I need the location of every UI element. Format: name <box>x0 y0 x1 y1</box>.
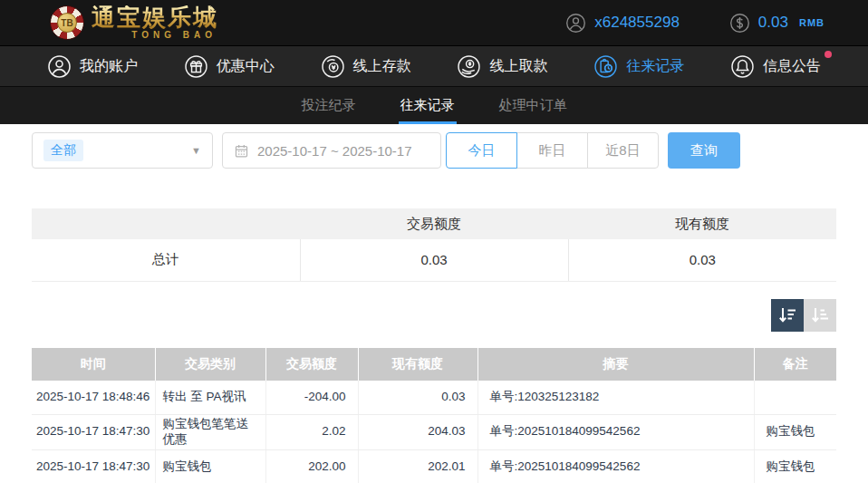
date-range-input[interactable]: 2025-10-17 ~ 2025-10-17 <box>222 132 441 169</box>
summary-header-current-amount: 现有额度 <box>568 208 836 239</box>
sort-controls <box>32 299 836 332</box>
nav-item-transaction-records[interactable]: 往来记录 <box>593 54 684 79</box>
username-value: x624855298 <box>594 14 680 32</box>
tab-pending-orders[interactable]: 处理中订单 <box>497 87 569 124</box>
summary-transaction-amount: 0.03 <box>300 239 568 281</box>
filter-row: 全部 ▼ 2025-10-17 ~ 2025-10-17 今日 昨日 近8日 查 <box>32 132 836 169</box>
summary-table: 交易额度 现有额度 总计 0.03 0.03 <box>32 208 836 282</box>
tab-transaction-records[interactable]: 往来记录 <box>399 87 457 124</box>
nav-label: 优惠中心 <box>217 57 275 76</box>
gift-icon <box>184 54 208 79</box>
account-username[interactable]: x624855298 <box>565 13 680 34</box>
balance-value: 0.03 <box>758 14 788 32</box>
cell-balance: 204.03 <box>358 415 477 450</box>
withdraw-icon <box>457 54 481 79</box>
header-account-area: x624855298 0.03 RMB <box>565 13 825 34</box>
summary-header-empty <box>32 208 300 239</box>
type-select[interactable]: 全部 ▼ <box>32 132 213 169</box>
table-row: 2025-10-17 18:47:30 购宝钱包 202.00 202.01 单… <box>32 449 836 483</box>
summary-total-label: 总计 <box>32 239 300 281</box>
records-icon <box>593 54 618 79</box>
col-header-amount: 交易额度 <box>265 348 358 381</box>
nav-item-announcements[interactable]: 信息公告 <box>730 54 821 79</box>
nav-item-withdraw[interactable]: 线上取款 <box>457 54 547 79</box>
cell-balance: 202.01 <box>358 449 477 483</box>
content-area: 全部 ▼ 2025-10-17 ~ 2025-10-17 今日 昨日 近8日 查 <box>0 124 868 483</box>
cell-type: 转出 至 PA视讯 <box>155 381 265 415</box>
records-table: 时间 交易类别 交易额度 现有额度 摘要 备注 2025-10-17 18:48… <box>32 348 836 483</box>
main-nav: 我的账户 优惠中心 <box>0 45 868 86</box>
col-header-balance: 现有额度 <box>358 348 477 381</box>
selected-type-tag: 全部 <box>43 140 83 161</box>
chevron-down-icon: ▼ <box>191 145 201 156</box>
deposit-icon <box>321 54 345 79</box>
cell-note <box>754 381 836 415</box>
nav-label: 信息公告 <box>763 57 821 76</box>
cell-time: 2025-10-17 18:48:46 <box>32 381 155 415</box>
transaction-records-page: TB 通宝娱乐城 TONG BAO x624855298 <box>0 0 868 483</box>
date-range-value: 2025-10-17 ~ 2025-10-17 <box>257 143 412 159</box>
sort-descending-button[interactable] <box>771 299 804 332</box>
cell-amount: 202.00 <box>265 449 358 483</box>
search-button[interactable]: 查询 <box>668 132 740 169</box>
table-row: 2025-10-17 18:47:30 购宝钱包笔笔送优惠 2.02 204.0… <box>32 415 836 450</box>
chip-monogram: TB <box>57 13 77 33</box>
quick-last8days-button[interactable]: 近8日 <box>587 132 659 169</box>
quick-yesterday-button[interactable]: 昨日 <box>516 132 588 169</box>
col-header-type: 交易类别 <box>155 348 265 381</box>
dollar-circle-icon <box>729 13 750 34</box>
table-row: 2025-10-17 18:48:46 转出 至 PA视讯 -204.00 0.… <box>32 381 836 415</box>
cell-amount: 2.02 <box>265 415 358 450</box>
nav-item-deposit[interactable]: 线上存款 <box>321 54 411 79</box>
user-circle-icon <box>565 13 586 34</box>
records-header-row: 时间 交易类别 交易额度 现有额度 摘要 备注 <box>32 348 836 381</box>
summary-current-amount: 0.03 <box>568 239 836 281</box>
col-header-summary: 摘要 <box>477 348 754 381</box>
logo-title: 通宝娱乐城 <box>92 5 218 29</box>
sort-ascending-button[interactable] <box>804 299 836 332</box>
sub-tab-bar: 投注纪录 往来记录 处理中订单 <box>0 86 868 124</box>
logo-subtitle: TONG BAO <box>92 31 218 40</box>
notification-dot <box>825 51 832 58</box>
cell-time: 2025-10-17 18:47:30 <box>32 415 155 450</box>
bell-icon <box>730 54 755 79</box>
cell-amount: -204.00 <box>265 381 358 415</box>
quick-date-group: 今日 昨日 近8日 <box>446 132 659 169</box>
nav-label: 往来记录 <box>626 57 684 76</box>
cell-balance: 0.03 <box>358 381 477 415</box>
poker-chip-icon: TB <box>50 5 84 40</box>
tab-label: 往来记录 <box>400 97 455 114</box>
logo-text: 通宝娱乐城 TONG BAO <box>92 5 218 40</box>
tab-label: 处理中订单 <box>499 97 567 114</box>
site-logo[interactable]: TB 通宝娱乐城 TONG BAO <box>50 5 218 40</box>
quick-today-button[interactable]: 今日 <box>446 132 517 169</box>
top-header: TB 通宝娱乐城 TONG BAO x624855298 <box>0 0 868 45</box>
cell-summary: 单号:202510184099542562 <box>477 415 754 450</box>
summary-total-row: 总计 0.03 0.03 <box>32 239 836 281</box>
cell-note: 购宝钱包 <box>754 449 836 483</box>
summary-header-row: 交易额度 现有额度 <box>32 208 836 239</box>
nav-label: 我的账户 <box>80 57 138 76</box>
tab-label: 投注纪录 <box>302 97 356 114</box>
nav-item-my-account[interactable]: 我的账户 <box>47 54 138 79</box>
cell-time: 2025-10-17 18:47:30 <box>32 449 155 483</box>
nav-label: 线上取款 <box>489 57 547 76</box>
tab-betting-records[interactable]: 投注纪录 <box>300 87 358 124</box>
nav-item-promotions[interactable]: 优惠中心 <box>184 54 275 79</box>
account-balance[interactable]: 0.03 RMB <box>729 13 825 34</box>
calendar-icon <box>234 143 249 159</box>
nav-label: 线上存款 <box>353 57 411 76</box>
cell-type: 购宝钱包笔笔送优惠 <box>155 415 265 450</box>
cell-summary: 单号:120325123182 <box>477 381 754 415</box>
col-header-note: 备注 <box>754 348 836 381</box>
user-icon <box>47 54 72 79</box>
cell-summary: 单号:202510184099542562 <box>477 449 754 483</box>
currency-label: RMB <box>799 17 825 28</box>
cell-type: 购宝钱包 <box>155 449 265 483</box>
summary-header-transaction-amount: 交易额度 <box>300 208 568 239</box>
col-header-time: 时间 <box>32 348 155 381</box>
cell-note: 购宝钱包 <box>754 415 836 450</box>
